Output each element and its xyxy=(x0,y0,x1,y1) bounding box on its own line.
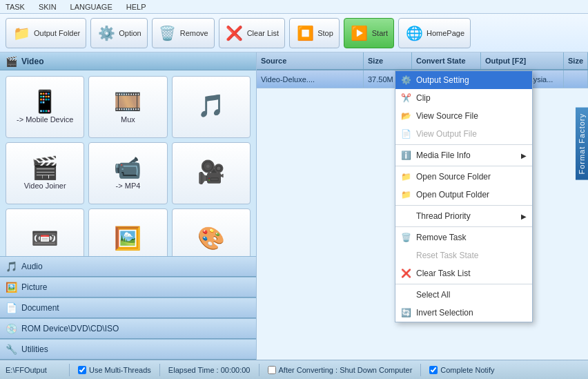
video-category-icon: 🎬 xyxy=(6,56,17,67)
document-cat-label: Document xyxy=(21,303,59,313)
ctx-clip-label: Clip xyxy=(416,93,431,103)
col-header-size: Size xyxy=(364,52,412,69)
mux-label: Mux xyxy=(121,115,135,124)
ctx-reset-task: Reset Task State xyxy=(395,246,532,264)
gif-icon: 🎨 xyxy=(197,227,225,249)
shutdown-checkbox-group: After Converting : Shut Down Computer xyxy=(268,366,413,374)
toolbar: 📁 Output Folder ⚙️ Option 🗑️ Remove ❌ Cl… xyxy=(0,14,588,52)
ctx-invert-label: Invert Selection xyxy=(416,308,473,318)
ctx-select-all-label: Select All xyxy=(416,290,450,300)
ctx-thread-label: Thread Priority xyxy=(416,211,471,221)
ctx-media-info-label: Media File Info xyxy=(416,150,471,160)
col-header-source: Source xyxy=(257,52,364,69)
multi-threads-checkbox-group: Use Multi-Threads xyxy=(78,366,151,374)
multi-threads-checkbox[interactable] xyxy=(78,366,86,374)
audio-category[interactable]: 🎵 Audio xyxy=(0,256,256,277)
video3-item[interactable]: 🎥 xyxy=(172,142,251,204)
elapsed-time: Elapsed Time : 00:00:00 xyxy=(168,366,251,374)
mobile-label: -> Mobile Device xyxy=(17,115,73,124)
mkv-item[interactable]: 📼 xyxy=(6,208,84,256)
ctx-sep4 xyxy=(395,226,532,227)
menu-task[interactable]: TASK xyxy=(3,1,28,12)
notify-checkbox-group: Complete Notify xyxy=(429,366,494,374)
category-title: Video xyxy=(21,57,43,66)
mux-item[interactable]: 🎞️ Mux xyxy=(88,76,167,138)
joiner-icon: 🎬 xyxy=(31,157,59,179)
homepage-icon: 🌐 xyxy=(404,23,424,43)
document-category[interactable]: 📄 Document xyxy=(0,298,256,318)
option-button[interactable]: ⚙️ Option xyxy=(90,18,147,48)
stop-button[interactable]: ⏹️ Stop xyxy=(289,18,340,48)
ctx-clear-task-list[interactable]: ❌ Clear Task List xyxy=(395,264,532,282)
status-sep2 xyxy=(159,364,160,376)
ctx-output-setting[interactable]: ⚙️ Output Setting xyxy=(395,71,532,89)
ctx-clear-task-label: Clear Task List xyxy=(416,269,470,278)
ctx-view-source-label: View Source File xyxy=(416,111,478,121)
ctx-open-source-label: Open Source Folder xyxy=(416,172,491,182)
output-folder-button[interactable]: 📁 Output Folder xyxy=(6,18,86,48)
stop-label: Stop xyxy=(317,29,333,37)
mobile-icon: 📱 xyxy=(31,90,59,113)
ctx-remove-task[interactable]: 🗑️ Remove Task xyxy=(395,229,532,246)
output-path: E:\FFOutput xyxy=(6,366,61,374)
joiner-label: Video Joiner xyxy=(24,182,66,190)
clear-list-button[interactable]: ❌ Clear List xyxy=(219,18,285,48)
view-output-icon: 📄 xyxy=(401,128,412,139)
ctx-media-info[interactable]: ℹ️ Media File Info ▶ xyxy=(395,146,532,164)
menu-help[interactable]: HELP xyxy=(124,1,149,12)
status-sep4 xyxy=(420,364,421,376)
audio-item[interactable]: 🎵 xyxy=(172,76,251,138)
ctx-view-source-file[interactable]: 📂 View Source File xyxy=(395,107,532,125)
remove-icon: 🗑️ xyxy=(158,23,177,43)
audio-cat-label: Audio xyxy=(21,262,43,271)
ctx-view-output-label: View Output File xyxy=(416,129,477,139)
menu-language[interactable]: LANGUAGE xyxy=(68,1,115,12)
remove-label: Remove xyxy=(180,29,208,37)
multi-threads-label: Use Multi-Threads xyxy=(89,366,151,374)
thread-arrow: ▶ xyxy=(521,213,527,220)
gif-item[interactable]: 🎨 xyxy=(172,208,251,256)
remove-button[interactable]: 🗑️ Remove xyxy=(152,18,215,48)
dvd-item[interactable]: 🖼️ xyxy=(88,208,167,256)
ctx-open-output-folder[interactable]: 📁 Open Output Folder xyxy=(395,186,532,204)
shutdown-label: After Converting : Shut Down Computer xyxy=(279,366,413,374)
ctx-select-all[interactable]: Select All xyxy=(395,286,532,304)
notify-checkbox[interactable] xyxy=(429,366,438,374)
utilities-category[interactable]: 🔧 Utilities xyxy=(0,339,256,360)
media-info-arrow: ▶ xyxy=(521,152,527,159)
shutdown-checkbox[interactable] xyxy=(268,366,276,374)
statusbar: E:\FFOutput Use Multi-Threads Elapsed Ti… xyxy=(0,360,588,379)
picture-category[interactable]: 🖼️ Picture xyxy=(0,277,256,298)
stop-icon: ⏹️ xyxy=(295,23,315,43)
audio-cat-icon: 🎵 xyxy=(6,261,17,272)
folder-icon: 📁 xyxy=(12,23,31,43)
menu-skin[interactable]: SKIN xyxy=(36,1,59,12)
mp4-item[interactable]: 📹 -> MP4 xyxy=(88,142,167,204)
homepage-button[interactable]: 🌐 HomePage xyxy=(398,18,471,48)
rom-category[interactable]: 💿 ROM Device\DVD\CD\ISO xyxy=(0,318,256,339)
reset-task-icon xyxy=(401,250,412,261)
mp4-label: -> MP4 xyxy=(116,182,141,190)
start-icon: ▶️ xyxy=(350,23,369,43)
status-sep3 xyxy=(259,364,259,376)
start-button[interactable]: ▶️ Start xyxy=(344,18,394,48)
rom-cat-label: ROM Device\DVD\CD\ISO xyxy=(21,324,119,333)
ctx-invert-selection[interactable]: 🔄 Invert Selection xyxy=(395,304,532,322)
clear-list-label: Clear List xyxy=(247,29,279,37)
ctx-view-output-file: 📄 View Output File xyxy=(395,125,532,143)
ctx-reset-task-label: Reset Task State xyxy=(416,251,479,260)
rom-cat-icon: 💿 xyxy=(6,323,17,334)
open-output-folder-icon: 📁 xyxy=(401,189,412,200)
video-joiner-item[interactable]: 🎬 Video Joiner xyxy=(6,142,84,204)
ctx-clip[interactable]: ✂️ Clip xyxy=(395,89,532,107)
format-grid: 📱 -> Mobile Device 🎞️ Mux 🎵 🎬 Video Join… xyxy=(0,70,256,256)
mobile-device-item[interactable]: 📱 -> Mobile Device xyxy=(6,76,84,138)
dvd-icon: 🖼️ xyxy=(114,227,141,249)
ctx-thread-priority[interactable]: Thread Priority ▶ xyxy=(395,207,532,225)
output-folder-label: Output Folder xyxy=(34,29,80,37)
ctx-open-source-folder[interactable]: 📁 Open Source Folder xyxy=(395,168,532,186)
mux-icon: 🎞️ xyxy=(114,90,141,113)
picture-cat-icon: 🖼️ xyxy=(6,282,17,293)
start-label: Start xyxy=(372,29,388,37)
option-label: Option xyxy=(119,29,141,37)
